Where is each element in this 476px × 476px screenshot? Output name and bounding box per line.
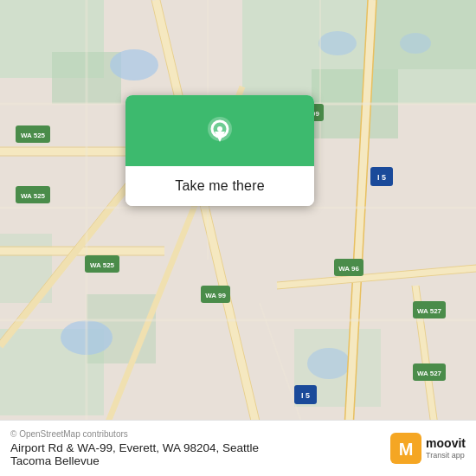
svg-text:WA 99: WA 99 xyxy=(205,292,226,299)
moovit-logo: M moovit Transit app xyxy=(390,433,466,464)
svg-text:WA 525: WA 525 xyxy=(21,132,46,139)
svg-point-14 xyxy=(400,33,431,54)
moovit-brand: moovit Transit app xyxy=(426,437,466,459)
svg-point-65 xyxy=(217,126,222,132)
address-line2: Tacoma Bellevue xyxy=(10,454,259,467)
map-background: WA 525 WA 525 WA 525 WA 99 WA 99 I 5 I 5… xyxy=(0,0,476,476)
take-me-there-button[interactable]: Take me there xyxy=(125,166,314,206)
svg-point-10 xyxy=(110,49,158,80)
svg-text:WA 96: WA 96 xyxy=(338,265,359,273)
svg-text:WA 527: WA 527 xyxy=(417,307,442,315)
location-pin-icon xyxy=(201,114,239,152)
location-popup: Take me there xyxy=(125,95,314,206)
svg-text:WA 527: WA 527 xyxy=(417,370,442,377)
svg-rect-9 xyxy=(372,0,476,69)
svg-point-13 xyxy=(307,348,351,379)
svg-text:WA 525: WA 525 xyxy=(21,192,46,200)
map-container: WA 525 WA 525 WA 525 WA 99 WA 99 I 5 I 5… xyxy=(0,0,476,476)
svg-text:M: M xyxy=(399,440,414,459)
svg-text:I 5: I 5 xyxy=(301,391,310,400)
popup-header xyxy=(125,95,314,166)
moovit-tagline: Transit app xyxy=(426,451,466,460)
svg-text:I 5: I 5 xyxy=(377,173,386,182)
bottom-info-bar: © OpenStreetMap contributors Airport Rd … xyxy=(0,420,476,476)
moovit-name: moovit xyxy=(426,437,466,450)
svg-point-11 xyxy=(318,31,357,55)
address-line: Airport Rd & WA-99, Everett, WA 98204, S… xyxy=(10,441,259,454)
svg-text:WA 525: WA 525 xyxy=(90,261,115,269)
moovit-icon: M xyxy=(390,433,421,464)
address-block: © OpenStreetMap contributors Airport Rd … xyxy=(10,429,259,467)
osm-attribution: © OpenStreetMap contributors xyxy=(10,429,259,439)
